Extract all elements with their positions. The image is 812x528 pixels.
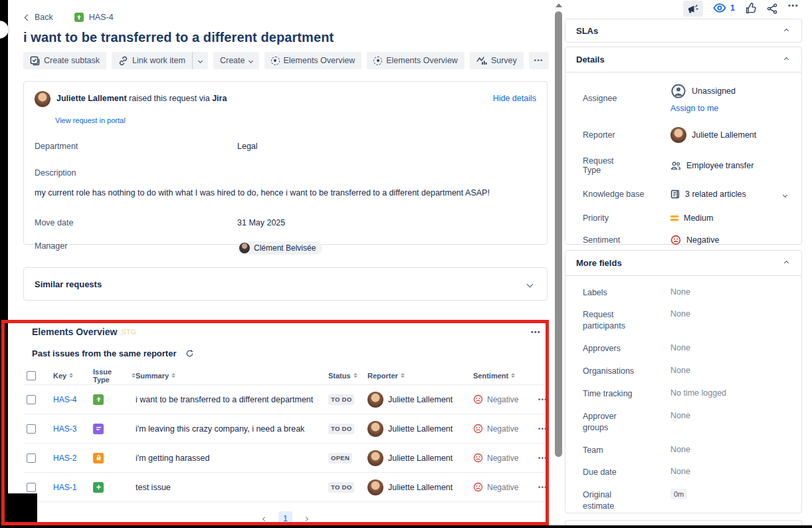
scrollbar-up-arrow[interactable]: [556, 3, 562, 7]
field-row: Approvers None: [565, 338, 801, 360]
slas-card: SLAs: [565, 19, 802, 43]
more-icon: •••: [788, 1, 799, 9]
create-subtask-button[interactable]: Create subtask: [23, 52, 106, 69]
elements-overview-button-1[interactable]: Elements Overview: [264, 52, 362, 69]
link-work-item-dropdown[interactable]: [192, 52, 208, 69]
column-header-issue-type[interactable]: Issue Type: [93, 368, 129, 384]
request-details-card: Juliette Lallement raised this request v…: [23, 81, 548, 245]
more-fields-header[interactable]: More fields: [565, 251, 801, 276]
field-label: Organisations: [583, 366, 641, 377]
status-lozenge: TO DO: [328, 394, 354, 405]
refresh-icon[interactable]: [185, 349, 194, 358]
details-header[interactable]: Details: [565, 47, 801, 72]
back-button[interactable]: Back: [25, 13, 53, 22]
vote-button[interactable]: [746, 3, 757, 14]
row-more-button[interactable]: •••: [538, 484, 548, 491]
elements-overview-label: Elements Overview: [386, 56, 458, 65]
column-header-key[interactable]: Key: [53, 372, 66, 380]
breadcrumb-issue-key[interactable]: HAS-4: [89, 13, 114, 22]
assignee-value[interactable]: Unassigned: [670, 83, 789, 99]
row-more-button[interactable]: •••: [538, 396, 548, 403]
chevron-left-icon: [25, 14, 31, 21]
issue-key-link[interactable]: HAS-1: [53, 483, 76, 492]
more-icon: •••: [534, 57, 544, 64]
field-label: Original estimate: [583, 489, 641, 512]
priority-value[interactable]: Medium: [670, 213, 789, 223]
more-fields-title: More fields: [576, 258, 622, 268]
sort-icon: [401, 373, 405, 378]
hide-details-link[interactable]: Hide details: [493, 91, 536, 103]
article-icon: [670, 190, 680, 199]
department-label: Department: [35, 142, 237, 151]
left-black-strip: [0, 0, 8, 528]
column-header-sentiment[interactable]: Sentiment: [473, 372, 508, 380]
row-checkbox[interactable]: [27, 424, 36, 434]
chevron-down-icon[interactable]: [527, 281, 534, 287]
issue-key-link[interactable]: HAS-2: [53, 454, 76, 463]
row-more-button[interactable]: •••: [538, 426, 548, 432]
toolbar-more-button[interactable]: •••: [529, 52, 549, 69]
survey-button[interactable]: Survey: [470, 52, 524, 69]
assign-to-me-link[interactable]: Assign to me: [670, 104, 718, 113]
department-value: Legal: [237, 142, 536, 151]
reporter-name: Juliette Lallement: [388, 483, 453, 492]
reporter-value[interactable]: Juliette Lallement: [670, 127, 789, 143]
priority-medium-icon: [670, 215, 678, 221]
survey-label: Survey: [491, 56, 517, 65]
issue-key-link[interactable]: HAS-4: [53, 395, 76, 404]
column-header-status[interactable]: Status: [328, 372, 351, 380]
elements-overview-label: Elements Overview: [284, 56, 355, 65]
watchers-button[interactable]: 1: [713, 3, 735, 13]
more-fields-body: Labels None Request participants None Ap…: [565, 276, 801, 518]
request-channel: Jira: [212, 94, 227, 103]
megaphone-icon: [687, 3, 700, 15]
share-button[interactable]: [767, 3, 777, 14]
column-header-summary[interactable]: Summary: [136, 372, 169, 380]
sort-icon: [171, 373, 175, 378]
stg-watermark: STG: [121, 328, 136, 336]
bottom-left-black-block: [0, 493, 37, 528]
chevron-down-icon: [248, 58, 253, 63]
pagination-current-page[interactable]: 1: [278, 511, 292, 526]
scrollbar-thumb[interactable]: [555, 11, 562, 457]
link-work-item-button[interactable]: Link work item: [112, 52, 192, 69]
issue-key-link[interactable]: HAS-3: [53, 424, 76, 434]
sentiment-label: Negative: [487, 483, 518, 492]
sort-icon: [69, 373, 73, 378]
sidebar-more-button[interactable]: •••: [788, 1, 799, 9]
elements-overview-more-button[interactable]: •••: [531, 329, 541, 336]
knowledge-base-value[interactable]: 3 related articles: [670, 187, 789, 201]
row-checkbox[interactable]: [27, 483, 36, 492]
request-type-label: Request Type: [583, 156, 623, 175]
priority-label: Priority: [583, 213, 670, 223]
move-date-value: 31 May 2025: [237, 218, 536, 227]
field-value: None: [670, 467, 789, 476]
row-more-button[interactable]: •••: [538, 455, 548, 462]
chevron-down-icon: [198, 58, 203, 63]
elements-overview-button-2[interactable]: Elements Overview: [367, 52, 464, 69]
row-checkbox[interactable]: [27, 454, 36, 463]
slas-title: SLAs: [576, 26, 598, 36]
pagination-prev-button[interactable]: [261, 515, 268, 523]
field-label: Team: [583, 445, 641, 456]
row-checkbox[interactable]: [27, 395, 36, 404]
field-value: None: [670, 309, 789, 319]
watch-eye-icon: [713, 3, 726, 13]
column-header-reporter[interactable]: Reporter: [367, 372, 398, 380]
slas-header[interactable]: SLAs: [565, 19, 801, 43]
pagination-next-button[interactable]: [302, 515, 310, 523]
view-request-in-portal-link[interactable]: View request in portal: [55, 116, 126, 124]
watchers-count: 1: [730, 3, 735, 13]
field-value: None: [670, 343, 789, 352]
field-value: No time logged: [670, 388, 789, 398]
feedback-megaphone-button[interactable]: [683, 1, 703, 17]
reporter-avatar: [35, 91, 51, 107]
reporter-name: Juliette Lallement: [56, 94, 127, 103]
create-button[interactable]: Create: [213, 52, 259, 69]
similar-requests-card[interactable]: Similar requests: [23, 267, 548, 301]
knowledge-base-expand-chevron[interactable]: [781, 187, 789, 201]
issue-actions: 1 •••: [565, 0, 812, 17]
select-all-checkbox[interactable]: [27, 371, 36, 380]
elements-overview-icon: [373, 57, 382, 65]
manager-user-chip[interactable]: Clément Belvisée: [237, 241, 322, 255]
